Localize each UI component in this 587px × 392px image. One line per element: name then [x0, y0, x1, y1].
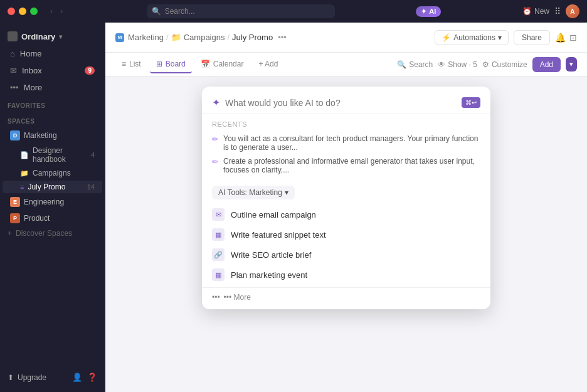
automations-label: Automations: [453, 33, 495, 42]
tools-label: AI Tools: Marketing: [218, 188, 282, 197]
bell-icon[interactable]: 🔔: [555, 33, 566, 43]
sidebar-item-label: More: [24, 83, 43, 92]
pen-icon: ✏: [212, 135, 218, 144]
sub-item-campaigns[interactable]: 📁 Campaigns: [3, 167, 102, 179]
sub-item-july-promo[interactable]: ≡ July Promo 14: [3, 181, 102, 193]
tool-item-seo[interactable]: 🔗 Write SEO article brief: [212, 245, 480, 265]
tool-label: Write SEO article brief: [231, 250, 311, 260]
home-icon: ⌂: [10, 49, 15, 58]
seo-icon: 🔗: [212, 248, 225, 261]
sidebar-item-inbox[interactable]: ✉ Inbox 9: [3, 63, 102, 78]
share-label: Share: [522, 33, 542, 42]
kbd-label: ⌘↩: [465, 99, 477, 106]
show-button[interactable]: 👁 Show · 5: [438, 60, 477, 69]
space-avatar-product: P: [10, 213, 20, 223]
recent-item-text: Create a professional and informative em…: [223, 157, 480, 174]
sidebar-item-home[interactable]: ⌂ Home: [3, 46, 102, 61]
more-link[interactable]: ••• ••• More: [202, 287, 490, 309]
sub-item-designer-handbook[interactable]: 📄 Designer handbook 4: [3, 144, 102, 166]
customize-button[interactable]: ⚙ Customize: [482, 60, 527, 69]
workspace-header[interactable]: Ordinary ▾: [0, 28, 105, 45]
breadcrumb-more[interactable]: •••: [275, 33, 289, 42]
workspace-icon: [8, 31, 18, 41]
recents-section: Recents ✏ You will act as a consultant f…: [202, 114, 490, 181]
content-area: M Marketing / 📁 Campaigns / July Promo •…: [105, 23, 587, 392]
more-icon: •••: [10, 83, 19, 92]
help-icon[interactable]: ❓: [87, 373, 97, 382]
close-button[interactable]: [8, 8, 15, 15]
plan-icon: ▦: [212, 268, 225, 281]
back-arrow[interactable]: ‹: [48, 6, 55, 17]
plus-icon: +: [8, 229, 12, 238]
forward-arrow[interactable]: ›: [58, 6, 65, 17]
avatar[interactable]: A: [566, 4, 579, 18]
tools-chevron: ▾: [285, 188, 288, 197]
tab-add[interactable]: + Add: [252, 56, 284, 73]
tools-section: AI Tools: Marketing ▾ ✉ Outline email ca…: [202, 181, 490, 287]
discover-spaces[interactable]: + Discover Spaces: [0, 226, 105, 240]
pen-icon-2: ✏: [212, 157, 218, 166]
main-layout: Ordinary ▾ ⌂ Home ✉ Inbox 9 ••• More Fav…: [0, 23, 587, 392]
layout-icon[interactable]: ⊡: [569, 33, 577, 43]
breadcrumb: M Marketing / 📁 Campaigns / July Promo •…: [115, 33, 289, 42]
recent-item-1[interactable]: ✏ Create a professional and informative …: [212, 154, 480, 177]
tab-board[interactable]: ⊞ Board: [150, 56, 192, 73]
list-tab-label: List: [129, 60, 141, 68]
sub-item-label: Designer handbook: [33, 146, 87, 164]
ai-input[interactable]: [225, 98, 457, 108]
ai-badge[interactable]: ✦ AI: [416, 6, 441, 17]
space-avatar-marketing: D: [10, 130, 20, 140]
search-tab-label: Search: [409, 60, 433, 69]
new-button[interactable]: ⏰ New: [522, 7, 549, 16]
tools-dropdown[interactable]: AI Tools: Marketing ▾: [212, 186, 295, 199]
add-button[interactable]: Add: [532, 57, 561, 72]
upgrade-icon: ⬆: [8, 373, 14, 382]
sub-item-count: 4: [91, 151, 95, 159]
space-item-engineering[interactable]: E Engineering: [3, 194, 102, 209]
ai-label: AI: [429, 8, 436, 15]
breadcrumb-july-promo[interactable]: July Promo: [232, 33, 273, 42]
space-item-product[interactable]: P Product: [3, 211, 102, 226]
sidebar-item-more[interactable]: ••• More: [3, 80, 102, 95]
title-bar: ‹ › 🔍 Search... ✦ AI ⏰ New ⠿ A: [0, 0, 587, 23]
calendar-tab-icon: 📅: [201, 60, 210, 68]
breadcrumb-marketing[interactable]: Marketing: [128, 33, 164, 42]
search-bar[interactable]: 🔍 Search...: [147, 4, 335, 18]
automations-button[interactable]: ⚡ Automations ▾: [435, 30, 509, 45]
upgrade-button[interactable]: ⬆ Upgrade: [8, 373, 46, 382]
automations-icon: ⚡: [442, 33, 451, 42]
view-tab-right: 🔍 Search 👁 Show · 5 ⚙ Customize Add ▾: [397, 57, 577, 72]
add-button-dropdown[interactable]: ▾: [566, 57, 577, 72]
maximize-button[interactable]: [30, 8, 38, 15]
space-item-marketing[interactable]: D Marketing: [3, 128, 102, 143]
minimize-button[interactable]: [19, 8, 26, 15]
grid-icon[interactable]: ⠿: [554, 6, 561, 16]
sidebar: Ordinary ▾ ⌂ Home ✉ Inbox 9 ••• More Fav…: [0, 23, 105, 392]
chevron-down-icon: ▾: [59, 33, 62, 40]
breadcrumb-sep-1: /: [166, 33, 169, 42]
user-icon[interactable]: 👤: [72, 373, 82, 382]
breadcrumb-campaigns[interactable]: Campaigns: [184, 33, 225, 42]
tab-list[interactable]: ≡ List: [115, 56, 147, 73]
search-tab-button[interactable]: 🔍 Search: [397, 60, 433, 69]
customize-label: Customize: [492, 60, 527, 69]
tool-item-plan[interactable]: ▦ Plan marketing event: [212, 265, 480, 285]
traffic-lights: [8, 8, 38, 15]
tool-label: Write featured snippet text: [231, 230, 326, 240]
add-tab-label: + Add: [258, 60, 278, 68]
inbox-icon: ✉: [10, 66, 17, 75]
search-placeholder: Search...: [165, 7, 195, 16]
email-icon: ✉: [212, 208, 225, 221]
breadcrumb-sep-2: /: [227, 33, 230, 42]
tab-calendar[interactable]: 📅 Calendar: [194, 56, 250, 73]
share-button[interactable]: Share: [514, 30, 550, 45]
sidebar-item-label: Home: [20, 49, 42, 58]
sub-item-count: 14: [87, 183, 95, 191]
notification-icons: 🔔 ⊡: [555, 33, 577, 43]
recent-item-text: You will act as a consultant for tech pr…: [223, 134, 480, 152]
tool-item-snippet[interactable]: ▦ Write featured snippet text: [212, 225, 480, 245]
ai-popup: ✦ ⌘↩ Recents ✏ You will act as a consult…: [202, 87, 490, 309]
tool-item-email[interactable]: ✉ Outline email campaign: [212, 204, 480, 225]
ai-icon: ✦: [421, 8, 426, 16]
recent-item-0[interactable]: ✏ You will act as a consultant for tech …: [212, 132, 480, 154]
